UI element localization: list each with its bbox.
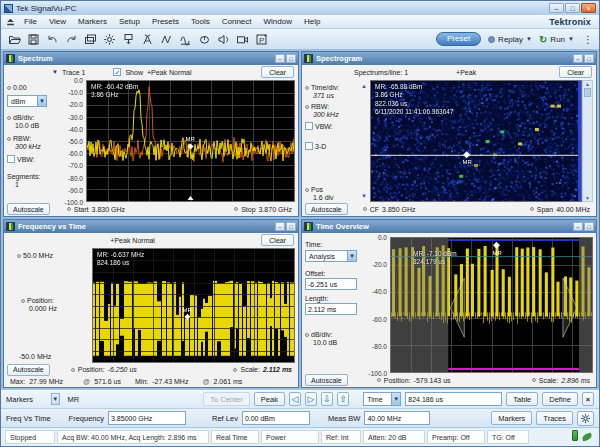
settings-icon[interactable] [100,31,118,48]
panel-minimize-button[interactable]: – [573,222,583,231]
overflow-menu-icon[interactable]: ⋮ [581,34,595,45]
x-scale-value[interactable]: 2.896 ms [561,377,590,384]
save-icon[interactable] [24,31,42,48]
replay-button[interactable]: Replay ▼ [488,35,532,44]
maximize-button[interactable]: □ [565,3,580,13]
db-div-value[interactable]: 10.0 dB [305,339,363,346]
preset-button[interactable]: Preset [436,32,481,46]
to-center-button[interactable]: To Center [203,392,250,406]
autoscale-button[interactable]: Autoscale [305,374,348,386]
audio-icon[interactable] [214,31,232,48]
close-markers-button[interactable]: × [582,392,594,406]
setting-anchor-icon[interactable] [305,86,309,90]
time-waveform-icon[interactable] [176,31,194,48]
scroll-top-marker-icon[interactable]: ▲ [361,83,367,89]
camera-icon[interactable] [233,31,251,48]
time-mode-dropdown[interactable]: Analysis▼ [305,250,357,262]
define-button[interactable]: Define [542,392,578,406]
autoscale-button[interactable]: Autoscale [7,364,50,376]
x-scale-value[interactable]: 2.112 ms [263,366,292,373]
x-position-value[interactable]: -579.143 us [414,377,451,384]
tov-title-bar[interactable]: Time Overview – □ [302,220,596,233]
panel-maximize-button[interactable]: □ [584,54,594,63]
marker-domain-dropdown[interactable]: Time▼ [363,392,401,406]
setting-anchor-icon[interactable] [7,86,11,90]
displays-icon[interactable] [81,31,99,48]
3d-checkbox[interactable] [305,142,313,150]
menu-item-file[interactable]: File [18,17,43,26]
fvt-title-bar[interactable]: Frequency vs Time – □ [4,220,298,233]
length-input[interactable] [305,303,357,315]
peak-right-button[interactable]: ▷ [305,392,317,406]
spectrogram-scrollbar[interactable]: ▲ ▼ [582,80,593,202]
menu-item-connect[interactable]: Connect [216,17,258,26]
mouse-icon[interactable] [195,31,213,48]
spectrum-plot[interactable]: MR: -60.42 dBm 3.86 GHz [86,80,295,202]
peak-higher-button[interactable]: ⇧ [337,392,349,406]
markers-toggle-button[interactable]: Markers [491,411,532,425]
acquire-icon[interactable] [138,31,156,48]
scroll-bottom-marker-icon[interactable]: ▼ [361,193,367,199]
setting-anchor-icon[interactable] [305,105,309,109]
autoscale-button[interactable]: Autoscale [305,203,348,215]
vbw-checkbox[interactable] [305,122,313,130]
redo-icon[interactable] [62,31,80,48]
menu-item-help[interactable]: Help [298,17,326,26]
close-button[interactable]: × [581,3,596,13]
peak-button[interactable]: Peak [254,392,285,406]
menu-item-view[interactable]: View [43,17,72,26]
setting-anchor-icon[interactable] [305,333,309,337]
panel-minimize-button[interactable]: – [573,54,583,63]
traces-toggle-button[interactable]: Traces [536,411,573,425]
frequency-input[interactable] [108,411,186,425]
run-button[interactable]: ↻ Run ▼ [539,34,574,45]
menu-item-window[interactable]: Window [258,17,298,26]
setting-anchor-icon[interactable] [7,137,11,141]
minimize-button[interactable]: – [549,3,564,13]
spectrums-per-line[interactable]: Spectrums/line: 1 [354,69,408,76]
scroll-down-icon[interactable]: ▼ [585,195,590,201]
trace-dropdown-icon[interactable]: ▼ [52,69,58,75]
marker-position-input[interactable] [405,392,502,406]
setting-anchor-icon[interactable] [234,207,238,211]
time-div-value[interactable]: 371 us [305,92,357,99]
db-div-value[interactable]: 10.0 dB [7,122,53,129]
preset-p-icon[interactable]: P [252,31,270,48]
spectrogram-title-bar[interactable]: Spectrogram – □ [302,52,596,65]
autoscale-button[interactable]: Autoscale [7,203,50,215]
pos-value[interactable]: 1.6 div [305,194,357,201]
y-max-label[interactable]: 50.0 MHz [23,252,53,259]
units-dropdown[interactable]: dBm▼ [7,95,47,107]
open-file-icon[interactable] [5,31,23,48]
peak-lower-button[interactable]: ⇩ [321,392,333,406]
span-value[interactable]: 40.00 MHz [556,206,590,213]
setting-anchor-icon[interactable] [7,116,11,120]
menu-item-presets[interactable]: Presets [146,17,185,26]
rbw-value[interactable]: 300 kHz [305,111,357,118]
undo-icon[interactable] [43,31,61,48]
y-position-value[interactable]: 0.000 Hz [7,305,91,312]
panel-minimize-button[interactable]: – [275,54,285,63]
menu-item-markers[interactable]: Markers [72,17,113,26]
vbw-checkbox[interactable] [7,155,15,163]
clear-button[interactable]: Clear [261,66,294,78]
setting-anchor-icon[interactable] [17,254,21,258]
ref-level-value[interactable]: 0.00 [13,84,27,91]
panel-minimize-button[interactable]: – [275,222,285,231]
setting-anchor-icon[interactable] [21,299,25,303]
menu-item-tools[interactable]: Tools [185,17,216,26]
setting-anchor-icon[interactable] [67,207,71,211]
menu-item-setup[interactable]: Setup [113,17,146,26]
setting-anchor-icon[interactable] [71,368,75,372]
tov-plot[interactable]: MR: -7.10 dBm 824.179 us [390,237,593,373]
rbw-value[interactable]: 300 kHz [7,143,53,150]
marker-select-dropdown[interactable]: ▼ [51,393,59,405]
clear-button[interactable]: Clear [261,234,294,246]
stop-value[interactable]: 3.870 GHz [259,206,292,213]
setting-anchor-icon[interactable] [532,378,536,382]
setting-anchor-icon[interactable] [377,378,381,382]
settings-gear-icon[interactable] [577,411,594,426]
spectrum-title-bar[interactable]: Spectrum – □ [4,52,298,65]
panel-maximize-button[interactable]: □ [286,54,296,63]
offset-input[interactable] [305,278,357,290]
